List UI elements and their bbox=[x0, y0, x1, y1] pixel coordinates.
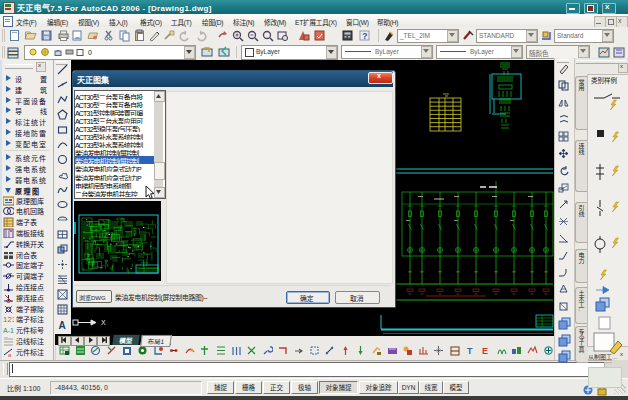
svg-text:T: T bbox=[467, 346, 473, 356]
svg-text:123: 123 bbox=[3, 315, 14, 324]
svg-text:a: a bbox=[8, 352, 12, 357]
svg-text:A-1: A-1 bbox=[3, 327, 14, 334]
svg-text:X: X bbox=[101, 319, 106, 326]
svg-text:A: A bbox=[59, 320, 66, 331]
svg-text:E: E bbox=[482, 346, 488, 356]
svg-text:0: 0 bbox=[88, 49, 92, 56]
svg-text:?: ? bbox=[362, 31, 368, 41]
